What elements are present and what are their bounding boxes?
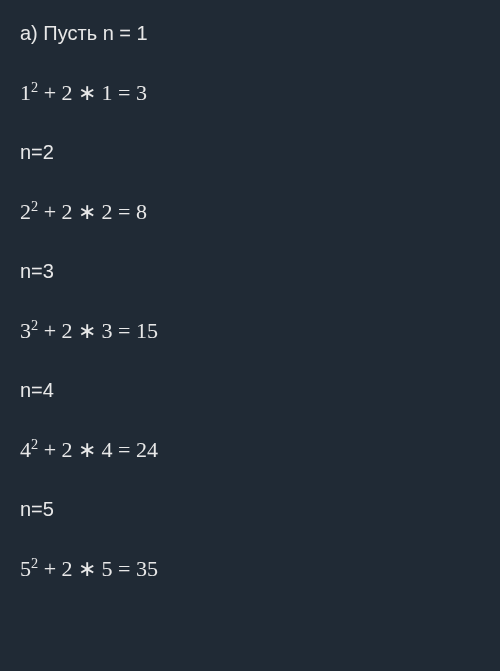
n3-label: n=3 (20, 256, 480, 286)
base: 5 (20, 556, 31, 581)
n5-label: n=5 (20, 494, 480, 524)
rest: + 2 ∗ 3 = 15 (38, 318, 158, 343)
base: 2 (20, 199, 31, 224)
rest: + 2 ∗ 1 = 3 (38, 80, 147, 105)
equation-n5: 52 + 2 ∗ 5 = 35 (20, 552, 480, 585)
equation-n1: 12 + 2 ∗ 1 = 3 (20, 76, 480, 109)
base: 3 (20, 318, 31, 343)
equation-n3: 32 + 2 ∗ 3 = 15 (20, 314, 480, 347)
base: 4 (20, 437, 31, 462)
intro-line: а) Пусть n = 1 (20, 18, 480, 48)
rest: + 2 ∗ 5 = 35 (38, 556, 158, 581)
n4-label: n=4 (20, 375, 480, 405)
equation-n4: 42 + 2 ∗ 4 = 24 (20, 433, 480, 466)
base: 1 (20, 80, 31, 105)
equation-n2: 22 + 2 ∗ 2 = 8 (20, 195, 480, 228)
rest: + 2 ∗ 2 = 8 (38, 199, 147, 224)
n2-label: n=2 (20, 137, 480, 167)
rest: + 2 ∗ 4 = 24 (38, 437, 158, 462)
